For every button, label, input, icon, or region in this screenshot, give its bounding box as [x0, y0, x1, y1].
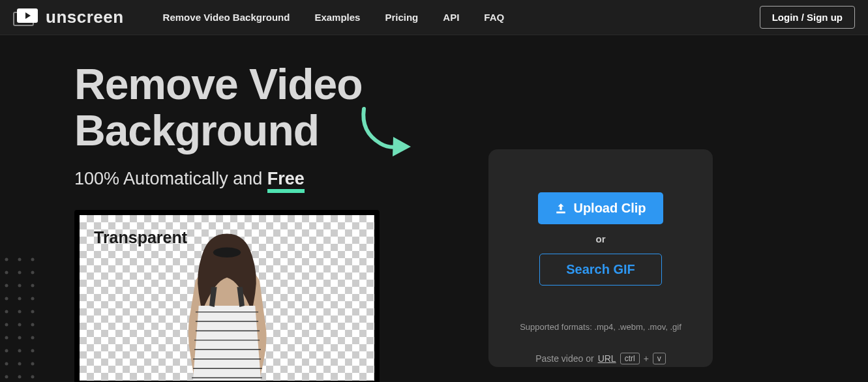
search-gif-button[interactable]: Search GIF — [539, 254, 662, 286]
upload-card: Upload Clip or Search GIF Supported form… — [488, 149, 713, 367]
nav-api[interactable]: API — [443, 12, 459, 23]
hero-title-line2: Background — [74, 106, 319, 154]
nav-pricing[interactable]: Pricing — [385, 12, 418, 23]
kbd-plus: + — [644, 353, 649, 364]
hero-sub-free: Free — [267, 169, 305, 189]
hero-sub-prefix: 100% Automatically and — [74, 169, 267, 188]
nav-remove-bg[interactable]: Remove Video Background — [163, 12, 290, 23]
kbd-ctrl: ctrl — [620, 353, 640, 364]
person-silhouette — [162, 224, 292, 381]
brand-text: unscreen — [46, 7, 124, 27]
nav-examples[interactable]: Examples — [314, 12, 360, 23]
navbar: unscreen Remove Video Background Example… — [0, 0, 868, 35]
video-preview: Transparent — [74, 210, 380, 382]
hero-subtitle: 100% Automatically and Free — [74, 169, 427, 189]
supported-formats: Supported formats: .mp4, .webm, .mov, .g… — [520, 322, 681, 332]
paste-url-link[interactable]: URL — [598, 353, 616, 364]
transparent-checkerboard: Transparent — [80, 215, 374, 381]
upload-clip-button[interactable]: Upload Clip — [538, 192, 663, 224]
nav-faq[interactable]: FAQ — [484, 12, 504, 23]
main-content: Remove Video Background 100% Automatical… — [0, 35, 868, 382]
nav-links: Remove Video Background Examples Pricing… — [163, 12, 505, 23]
paste-hint: Paste video or URL ctrl + v — [535, 353, 666, 364]
upload-icon — [555, 203, 567, 214]
or-text: or — [596, 233, 606, 244]
upload-label: Upload Clip — [573, 201, 646, 216]
logo-icon — [13, 8, 39, 27]
svg-rect-9 — [557, 211, 566, 213]
paste-prefix: Paste video or — [535, 353, 594, 364]
logo[interactable]: unscreen — [13, 7, 124, 27]
login-signup-button[interactable]: Login / Sign up — [760, 6, 855, 29]
hero-title-line1: Remove Video — [74, 60, 363, 108]
hero-title: Remove Video Background — [74, 61, 427, 154]
kbd-v: v — [653, 353, 666, 364]
svg-point-0 — [213, 247, 241, 257]
